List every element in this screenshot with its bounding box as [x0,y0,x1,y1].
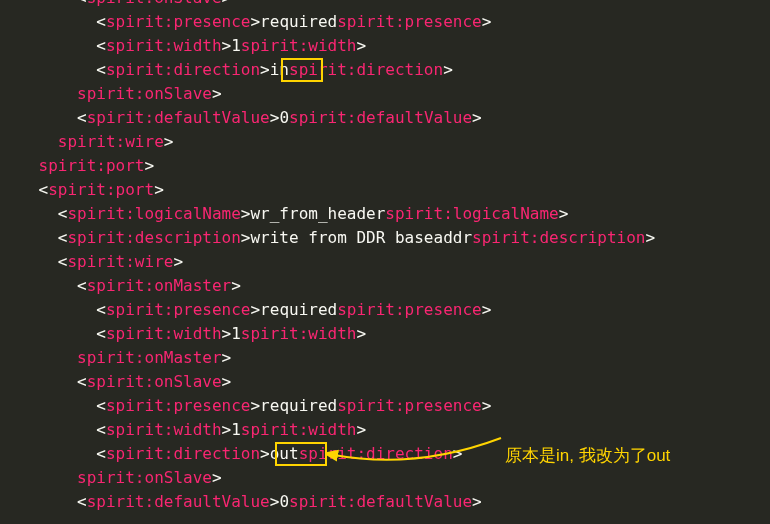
xml-tag: spirit:width [241,324,357,343]
code-line: <spirit:defaultValue>0spirit:defaultValu… [0,490,770,514]
xml-tag: spirit:onSlave [87,0,222,7]
xml-tag: spirit:width [241,36,357,55]
xml-tag: spirit:wire [67,252,173,271]
code-line: <spirit:port> [0,178,770,202]
xml-tag: spirit:presence [106,12,251,31]
xml-text: in [270,60,289,79]
xml-tag: spirit:logicalName [385,204,558,223]
xml-tag: spirit:description [67,228,240,247]
xml-text: 1 [231,420,241,439]
xml-tag: spirit:presence [106,300,251,319]
code-line: spirit:wire> [0,130,770,154]
xml-tag: spirit:presence [106,396,251,415]
xml-text: required [260,396,337,415]
code-line: <spirit:logicalName>wr_from_headerspirit… [0,202,770,226]
code-line: spirit:onSlave> [0,466,770,490]
code-line: <spirit:description>write from DDR basea… [0,226,770,250]
xml-tag: spirit:onSlave [87,372,222,391]
xml-tag: spirit:presence [337,396,482,415]
xml-text: out [270,444,299,463]
code-line: <spirit:onSlave> [0,370,770,394]
code-line: <spirit:presence>requiredspirit:presence… [0,10,770,34]
xml-tag: spirit:direction [289,60,443,79]
code-line: <spirit:presence>requiredspirit:presence… [0,298,770,322]
code-line: spirit:onMaster> [0,346,770,370]
code-editor: <spirit:onSlave> <spirit:presence>requir… [0,0,770,514]
xml-tag: spirit:direction [106,60,260,79]
xml-text: required [260,300,337,319]
xml-text: 0 [279,492,289,511]
xml-tag: spirit:width [106,324,222,343]
xml-tag: spirit:defaultValue [289,108,472,127]
xml-tag: spirit:defaultValue [87,108,270,127]
code-line: spirit:port> [0,154,770,178]
xml-text: wr_from_header [250,204,385,223]
xml-tag: spirit:onMaster [77,348,222,367]
code-line: <spirit:presence>requiredspirit:presence… [0,394,770,418]
xml-text: required [260,12,337,31]
xml-tag: spirit:width [106,420,222,439]
code-line: <spirit:defaultValue>0spirit:defaultValu… [0,106,770,130]
xml-tag: spirit:width [241,420,357,439]
xml-tag: spirit:width [106,36,222,55]
xml-text: write from DDR baseaddr [250,228,472,247]
annotation-text: 原本是in, 我改为了out [505,444,670,468]
xml-tag: spirit:onSlave [77,84,212,103]
xml-text: 1 [231,324,241,343]
xml-tag: spirit:port [48,180,154,199]
code-line: <spirit:onSlave> [0,0,770,10]
xml-tag: spirit:direction [106,444,260,463]
xml-tag: spirit:onSlave [77,468,212,487]
code-line: <spirit:wire> [0,250,770,274]
xml-text: 1 [231,36,241,55]
xml-tag: spirit:wire [58,132,164,151]
code-line: <spirit:direction>inspirit:direction> [0,58,770,82]
code-line: <spirit:width>1spirit:width> [0,34,770,58]
xml-tag: spirit:defaultValue [87,492,270,511]
code-line: <spirit:onMaster> [0,274,770,298]
xml-tag: spirit:direction [299,444,453,463]
code-line: spirit:onSlave> [0,82,770,106]
xml-tag: spirit:presence [337,12,482,31]
code-line: <spirit:width>1spirit:width> [0,418,770,442]
xml-tag: spirit:defaultValue [289,492,472,511]
xml-tag: spirit:presence [337,300,482,319]
xml-tag: spirit:port [39,156,145,175]
code-line: <spirit:width>1spirit:width> [0,322,770,346]
xml-tag: spirit:logicalName [67,204,240,223]
xml-tag: spirit:onMaster [87,276,232,295]
xml-tag: spirit:description [472,228,645,247]
xml-text: 0 [279,108,289,127]
